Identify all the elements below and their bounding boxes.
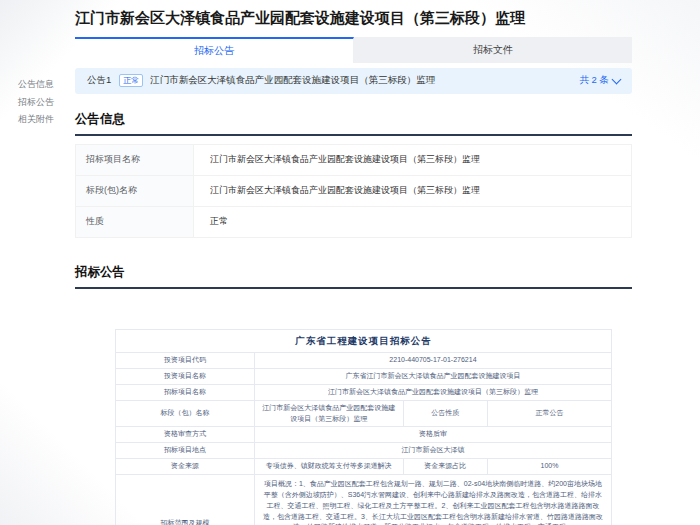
table-row: 投资项目名称 广东省江门市新会区大泽镇食品产业园配套设施建设项目 — [116, 369, 612, 385]
announcement-title: 江门市新会区大泽镇食品产业园配套设施建设项目（第三标段）监理 — [150, 74, 579, 87]
page-title: 江门市新会区大泽镇食品产业园配套设施建设项目（第三标段）监理 — [75, 8, 632, 28]
info-label: 标段(包)名称 — [76, 176, 194, 206]
table-row: 招标项目地点 江门市新会区大泽镇 — [116, 443, 612, 459]
table-row: 招标范围及规模 项目概况：1、食品产业园区配套工程包含规划一路、规划二路、02-… — [116, 474, 612, 525]
cell-value: 正常公告 — [487, 400, 611, 427]
sidebar-item-bidding-announcement[interactable]: 招标公告 — [18, 96, 70, 109]
tab-bar: 招标公告 招标文件 — [75, 37, 632, 63]
guangdong-notice-table: 广东省工程建设项目招标公告 投资项目代码 2210-440705-17-01-2… — [115, 329, 612, 525]
announcement-collapse-header[interactable]: 公告1 正常 江门市新会区大泽镇食品产业园配套设施建设项目（第三标段）监理 共 … — [75, 68, 632, 94]
cell-value: 100% — [487, 459, 611, 475]
sidebar-item-related-attachments[interactable]: 相关附件 — [18, 113, 70, 126]
info-label: 性质 — [76, 207, 194, 237]
cell-value: 资格后审 — [254, 427, 611, 443]
info-value: 江门市新会区大泽镇食品产业园配套设施建设项目（第三标段）监理 — [194, 176, 480, 206]
cell-value: 江门市新会区大泽镇 — [254, 443, 611, 459]
cell-value: 广东省江门市新会区大泽镇食品产业园配套设施建设项目 — [254, 369, 611, 385]
table-title: 广东省工程建设项目招标公告 — [116, 329, 612, 353]
cell-label: 招标项目地点 — [116, 443, 255, 459]
table-title-row: 广东省工程建设项目招标公告 — [116, 329, 612, 353]
cell-value: 项目概况：1、食品产业园区配套工程包含规划一路、规划二路、02-s04地块南侧临… — [254, 474, 611, 525]
table-row: 投资项目代码 2210-440705-17-01-276214 — [116, 353, 612, 369]
main-content: 公告信息 招标项目名称 江门市新会区大泽镇食品产业园配套设施建设项目（第三标段）… — [75, 111, 632, 525]
tab-bidding-announcement[interactable]: 招标公告 — [75, 37, 354, 63]
table-row: 资格审查方式 资格后审 — [116, 427, 612, 443]
cell-value: 专项债券、镇财政统筹支付等多渠道解决 — [254, 459, 403, 475]
cell-label: 公告性质 — [403, 400, 487, 427]
cell-label: 招标范围及规模 — [116, 474, 255, 525]
announcement-index: 公告1 — [87, 74, 111, 87]
tab-bidding-documents[interactable]: 招标文件 — [354, 37, 632, 63]
table-row: 标段（包）名称 江门市新会区大泽镇食品产业园配套设施建设项目（第三标段）监理 公… — [116, 400, 612, 427]
table-row: 性质 正常 — [76, 207, 631, 238]
cell-value: 江门市新会区大泽镇食品产业园配套设施建设项目（第三标段）监理 — [254, 384, 611, 400]
cell-value: 2210-440705-17-01-276214 — [254, 353, 611, 369]
table-row: 招标项目名称 江门市新会区大泽镇食品产业园配套设施建设项目（第三标段）监理 — [116, 384, 612, 400]
cell-label: 资格审查方式 — [116, 427, 255, 443]
status-badge: 正常 — [119, 74, 143, 87]
sidebar-item-announcement-info[interactable]: 公告信息 — [18, 78, 70, 91]
section-heading-bidding-announcement: 招标公告 — [75, 264, 632, 289]
count-label: 共 2 条 — [579, 74, 609, 87]
info-label: 招标项目名称 — [76, 145, 194, 175]
announcement-info-table: 招标项目名称 江门市新会区大泽镇食品产业园配套设施建设项目（第三标段）监理 标段… — [75, 144, 632, 238]
info-value: 正常 — [194, 207, 228, 237]
chevron-down-icon — [612, 74, 622, 84]
cell-label: 资金来源 — [116, 459, 255, 475]
announcement-count[interactable]: 共 2 条 — [579, 74, 620, 87]
section-heading-announcement-info: 公告信息 — [75, 111, 632, 136]
cell-label: 资金来源占比 — [403, 459, 487, 475]
cell-label: 标段（包）名称 — [116, 400, 255, 427]
info-value: 江门市新会区大泽镇食品产业园配套设施建设项目（第三标段）监理 — [194, 145, 480, 175]
scope-paragraph: 项目概况：1、食品产业园区配套工程包含规划一路、规划二路、02-s04地块南侧临… — [261, 479, 605, 525]
table-row: 招标项目名称 江门市新会区大泽镇食品产业园配套设施建设项目（第三标段）监理 — [76, 145, 631, 176]
anchor-nav: 公告信息 招标公告 相关附件 — [18, 78, 70, 131]
cell-value: 江门市新会区大泽镇食品产业园配套设施建设项目（第三标段）监理 — [254, 400, 403, 427]
table-row: 标段(包)名称 江门市新会区大泽镇食品产业园配套设施建设项目（第三标段）监理 — [76, 176, 631, 207]
cell-label: 投资项目代码 — [116, 353, 255, 369]
cell-label: 投资项目名称 — [116, 369, 255, 385]
cell-label: 招标项目名称 — [116, 384, 255, 400]
table-row: 资金来源 专项债券、镇财政统筹支付等多渠道解决 资金来源占比 100% — [116, 459, 612, 475]
